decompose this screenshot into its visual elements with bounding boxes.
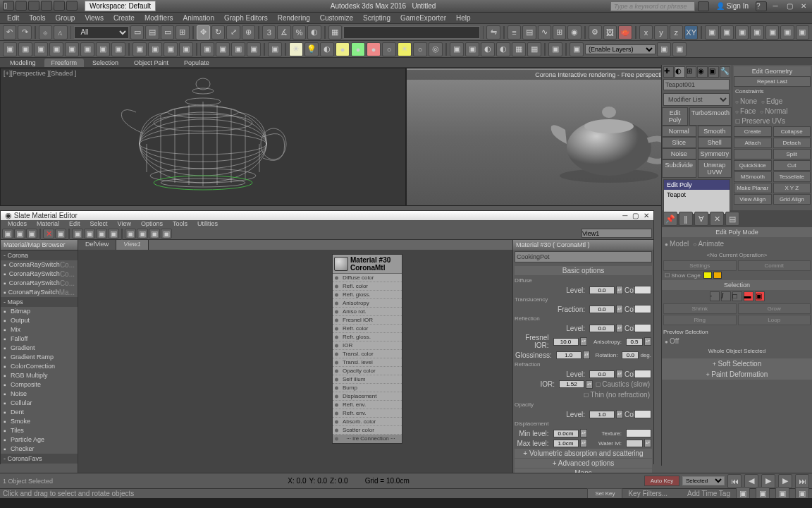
light7[interactable]: ○ [382,42,396,56]
geo-[interactable] [734,149,772,159]
mod-editpoly[interactable]: Edit Poly [662,107,688,126]
repeat-last-button[interactable]: Repeat Last [734,76,811,87]
corona-cat[interactable]: - Corona [1,250,78,260]
menu-gameexporter[interactable]: GameExporter [396,14,450,22]
misc6-button[interactable]: ▣ [780,25,794,40]
map-particle age[interactable]: ▪Particle Age [1,435,78,445]
st3[interactable]: ▣ [34,42,48,56]
st10[interactable]: ▣ [148,42,162,56]
set-key-button[interactable]: Set Key [587,488,622,499]
st23[interactable]: ◐ [496,42,510,56]
maps-cat[interactable]: - Maps [1,297,78,307]
ribbon-object paint[interactable]: Object Paint [127,59,176,67]
geo-viewalign[interactable]: View Align [734,194,772,205]
matmenu-options[interactable]: Options [137,220,167,227]
refcoord-button[interactable]: ⊕ [242,25,255,40]
st4[interactable]: ▣ [49,42,63,56]
subobj-edge[interactable]: / [721,291,731,301]
light4[interactable]: ● [336,42,350,56]
misc2-button[interactable]: ▣ [720,25,734,40]
misc4-button[interactable]: ▣ [750,25,763,40]
mod-shell[interactable]: Shell [698,137,732,148]
mat-max-btn[interactable]: ▢ [632,212,639,219]
percent-snap-button[interactable]: % [293,25,306,40]
slot-opacitycolor[interactable]: Opacity color [333,367,402,375]
edit-poly-mode-hdr[interactable]: Edit Poly Mode [662,227,812,237]
mt8[interactable]: ▣ [108,229,119,238]
unlink-button[interactable]: ⟑ [54,25,67,40]
st1[interactable]: ▣ [3,42,17,56]
opacity-level[interactable] [589,411,615,418]
move-button[interactable]: ✥ [197,25,210,40]
snap-y-button[interactable]: y [654,25,668,40]
slot-fresnelior[interactable]: Fresnel IOR [333,316,402,325]
constraint-none[interactable]: ○ None [734,97,758,106]
st21[interactable]: ▣ [465,42,479,56]
cmd-tab-hierarchy[interactable]: ⊞ [686,66,696,78]
geo-msmooth[interactable]: MSmooth [734,171,772,182]
subobj-poly[interactable]: ▬ [744,291,753,301]
slot-selfillum[interactable]: Self illum [333,375,402,384]
menu-rendering[interactable]: Rendering [273,14,314,22]
light5[interactable]: ● [351,42,365,56]
st11[interactable]: ▣ [164,42,178,56]
ior[interactable] [559,380,584,388]
new-icon[interactable] [16,1,27,11]
st29[interactable]: ▣ [672,42,687,56]
disp-texture[interactable] [626,429,651,437]
map-gradient[interactable]: ▪Gradient [1,344,78,353]
geo-collapse[interactable]: Collapse [773,126,811,137]
light9[interactable]: ○ [413,42,427,56]
geo-xyz[interactable]: X Y Z [773,183,811,193]
st7[interactable]: ▣ [96,42,110,56]
st16[interactable]: ▣ [247,42,261,56]
slot-bump[interactable]: Bump [333,384,402,392]
st26[interactable]: ▣ [548,42,562,56]
map-checker[interactable]: ▪Checker [1,445,78,454]
slot-refrgloss[interactable]: Refr. gloss. [333,333,402,341]
snap-xy-button[interactable]: XY [684,25,698,40]
menu-help[interactable]: Help [452,14,475,22]
refl-level[interactable] [589,325,615,332]
mod-smooth[interactable]: Smooth [698,126,732,137]
timeline[interactable]: 1 Object Selected X: 0.0 Y: 0.0 Z: 0.0 G… [0,473,812,488]
misc5-button[interactable]: ▣ [765,25,779,40]
paint-deform-hdr[interactable]: + Paint Deformation [662,369,812,380]
slot-anisorot[interactable]: Aniso rot. [333,308,402,316]
cage-color2[interactable] [713,272,722,279]
matmenu-view[interactable]: View [113,220,135,227]
taskbar[interactable] [0,498,812,508]
soft-sel-hdr[interactable]: + Soft Selection [662,358,812,369]
map-dent[interactable]: ▪Dent [1,408,78,417]
slot-anisotropy[interactable]: Anisotropy [333,299,402,308]
st12[interactable]: ▣ [179,42,193,56]
misc1-button[interactable]: ▣ [705,25,718,40]
geo-split[interactable]: Split [773,149,811,159]
auto-key-button[interactable]: Auto Key [644,476,679,486]
rotate-button[interactable]: ↻ [211,25,225,40]
window-crossing-button[interactable]: ⊞ [176,25,189,40]
play-prev[interactable]: ◀ [744,474,758,488]
open-icon[interactable] [28,1,39,11]
matmenu-edit[interactable]: Edit [65,220,85,227]
matmenu-tools[interactable]: Tools [168,220,192,227]
diffuse-level[interactable] [589,286,615,294]
disp-min[interactable] [553,430,579,437]
select-name-button[interactable]: ▤ [145,25,159,40]
st17[interactable]: ▣ [268,42,282,56]
view1-tab[interactable]: View1 [116,240,148,250]
light10[interactable]: ◎ [429,42,443,56]
layers-button[interactable]: ▤ [522,25,536,40]
slot-refrenv[interactable]: Refr. env. [333,409,402,418]
matmenu-material[interactable]: Material [32,220,63,227]
angle-snap-button[interactable]: ∡ [277,25,290,40]
cmd-tab-modify[interactable]: ◐ [675,66,685,78]
mat-editor-titlebar[interactable]: ◉ Slate Material Editor ─ ▢ ✕ [1,211,653,220]
add-time-tag[interactable]: Add Time Tag [687,490,730,497]
mode-model[interactable]: ● Model [663,239,690,248]
edit-geometry-hdr[interactable]: Edit Geometry [734,66,811,76]
volumetric-hdr[interactable]: + Volumetric absorption and scattering [515,449,652,458]
browser-item[interactable]: ▪CoronaRaySwitchCo... [1,279,78,288]
ribbon-selection[interactable]: Selection [85,59,125,67]
light2[interactable]: 💡 [304,42,319,56]
